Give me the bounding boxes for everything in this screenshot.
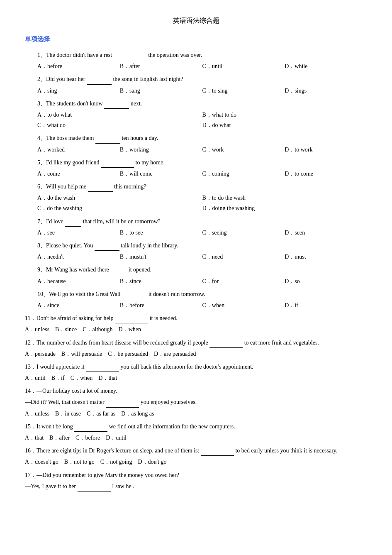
q12-text: 12．The number of deaths from heart disea…	[25, 337, 367, 348]
question-3: 3、The students don't know next. A．to do …	[25, 98, 367, 131]
q4-opt-c: C．work	[202, 144, 285, 155]
q10-opt-a: A．since	[37, 300, 120, 311]
q4-opt-b: B．working	[120, 144, 202, 155]
page-title: 英语语法综合题	[25, 17, 367, 25]
q8-options: A．needn't B．mustn't C．need D．must	[25, 252, 367, 262]
q11-text: 11．Don't be afraid of asking for help it…	[25, 313, 367, 323]
q14-text1: 14．—Our holiday cost a lot of money.	[25, 386, 367, 396]
q13-text: 13．I would appreciate it you call back t…	[25, 362, 367, 372]
q9-opt-c: C．for	[202, 276, 285, 286]
q2-opt-d: D．sings	[285, 86, 367, 96]
q8-opt-a: A．needn't	[37, 252, 120, 262]
question-8: 8、Please be quiet. You talk loudly in th…	[25, 240, 367, 262]
q6-opt-d: D．doing the washing	[202, 203, 368, 213]
q2-opt-b: B．sang	[120, 86, 202, 96]
q1-text: 1、The doctor didn't have a rest the oper…	[25, 50, 367, 60]
q7-options: A．see B．to see C．seeing D．seen	[25, 227, 367, 238]
q4-options: A．worked B．working C．work D．to work	[25, 144, 367, 155]
q5-opt-d: D．to come	[285, 169, 367, 179]
q4-opt-d: D．to work	[285, 144, 367, 155]
q2-text: 2、Did you hear her the song in English l…	[25, 74, 367, 84]
q3-opt-c: C．what do	[37, 120, 202, 130]
q3-options: A．to do what B．what to do C．what do D．do…	[25, 110, 367, 130]
question-4: 4、The boss made them ten hours a day. A．…	[25, 133, 367, 154]
question-11: 11．Don't be afraid of asking for help it…	[25, 313, 367, 335]
q4-opt-a: A．worked	[37, 144, 120, 155]
q11-options: A．unless B．since C．although D．when	[25, 324, 367, 335]
q8-text: 8、Please be quiet. You talk loudly in th…	[25, 240, 367, 251]
q9-text: 9、Mr Wang has worked there it opened.	[25, 264, 367, 275]
q10-text: 10、We'll go to visit the Great Wall it d…	[25, 289, 367, 299]
section-title: 单项选择	[25, 35, 367, 43]
q3-opt-a: A．to do what	[37, 110, 202, 120]
q3-opt-b: B．what to do	[202, 110, 368, 120]
q9-opt-a: A．because	[37, 276, 120, 286]
question-17: 17．—Did you remember to give Mary the mo…	[25, 470, 367, 491]
q1-opt-a: A．before	[37, 61, 120, 71]
question-15: 15．It won't be long we find out all the …	[25, 421, 367, 443]
q7-text: 7、I'd love that film, will it be on tomo…	[25, 216, 367, 227]
q2-opt-a: A．sing	[37, 86, 120, 96]
question-6: 6、Will you help me this morning? A．do th…	[25, 181, 367, 214]
question-1: 1、The doctor didn't have a rest the oper…	[25, 50, 367, 71]
q17-text2: —Yes, I gave it to her I saw he .	[25, 481, 367, 491]
q5-opt-c: C．coming	[202, 169, 285, 179]
q1-opt-b: B．after	[120, 61, 202, 71]
q7-opt-d: D．seen	[285, 227, 367, 238]
q10-opt-c: C．when	[202, 300, 285, 311]
q16-text: 16．There are eight tips in Dr Roger's le…	[25, 445, 367, 456]
q15-options: A．that B．after C．before D．until	[25, 433, 367, 443]
q7-opt-a: A．see	[37, 227, 120, 238]
q6-options: A．do the wash B．to do the wash C．do the …	[25, 193, 367, 213]
question-16: 16．There are eight tips in Dr Roger's le…	[25, 445, 367, 467]
question-5: 5、I'd like my good friend to my home. A．…	[25, 157, 367, 179]
q14-options: A．unless B．in case C．as far as D．as long…	[25, 408, 367, 419]
q8-opt-b: B．mustn't	[120, 252, 202, 262]
q5-text: 5、I'd like my good friend to my home.	[25, 157, 367, 168]
question-9: 9、Mr Wang has worked there it opened. A．…	[25, 264, 367, 286]
q4-text: 4、The boss made them ten hours a day.	[25, 133, 367, 143]
question-7: 7、I'd love that film, will it be on tomo…	[25, 216, 367, 238]
q6-opt-b: B．to do the wash	[202, 193, 368, 203]
q9-opt-b: B．since	[120, 276, 202, 286]
question-10: 10、We'll go to visit the Great Wall it d…	[25, 289, 367, 311]
q13-options: A．until B．if C．when D．that	[25, 373, 367, 383]
q9-opt-d: D．so	[285, 276, 367, 286]
q14-text2: —Did it? Well, that doesn't matter you e…	[25, 397, 367, 407]
q1-opt-c: C．until	[202, 61, 285, 71]
q5-opt-a: A．come	[37, 169, 120, 179]
q5-opt-b: B．will come	[120, 169, 202, 179]
q10-opt-b: B．before	[120, 300, 202, 311]
q10-options: A．since B．before C．when D．if	[25, 300, 367, 311]
question-12: 12．The number of deaths from heart disea…	[25, 337, 367, 359]
q3-text: 3、The students don't know next.	[25, 98, 367, 109]
q16-options: A．doesn't go B．not to go C．not going D．d…	[25, 457, 367, 467]
question-13: 13．I would appreciate it you call back t…	[25, 362, 367, 383]
q1-options: A．before B．after C．until D．while	[25, 61, 367, 71]
question-14: 14．—Our holiday cost a lot of money. —Di…	[25, 386, 367, 419]
q8-opt-c: C．need	[202, 252, 285, 262]
q10-opt-d: D．if	[285, 300, 367, 311]
q2-opt-c: C．to sing	[202, 86, 285, 96]
q7-opt-b: B．to see	[120, 227, 202, 238]
questions-container: 1、The doctor didn't have a rest the oper…	[25, 50, 367, 491]
q7-opt-c: C．seeing	[202, 227, 285, 238]
question-2: 2、Did you hear her the song in English l…	[25, 74, 367, 95]
q1-number: 1、The doctor didn't have a rest the oper…	[37, 52, 202, 58]
q8-opt-d: D．must	[285, 252, 367, 262]
q1-opt-d: D．while	[285, 61, 367, 71]
q3-opt-d: D．do what	[202, 120, 368, 130]
q5-options: A．come B．will come C．coming D．to come	[25, 169, 367, 179]
q9-options: A．because B．since C．for D．so	[25, 276, 367, 286]
q6-text: 6、Will you help me this morning?	[25, 181, 367, 192]
q6-opt-a: A．do the wash	[37, 193, 202, 203]
q2-options: A．sing B．sang C．to sing D．sings	[25, 86, 367, 96]
q17-text1: 17．—Did you remember to give Mary the mo…	[25, 470, 367, 480]
q15-text: 15．It won't be long we find out all the …	[25, 421, 367, 432]
q12-options: A．persuade B．will persuade C．be persuade…	[25, 349, 367, 359]
q6-opt-c: C．do the washing	[37, 203, 202, 213]
